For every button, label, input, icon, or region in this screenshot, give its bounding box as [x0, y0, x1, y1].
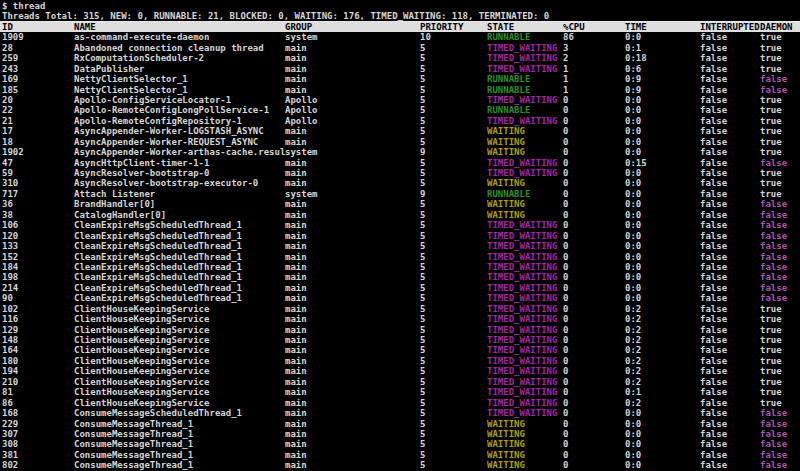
cell-priority: 5	[420, 231, 487, 241]
cell-state: RUNNABLE	[487, 105, 563, 115]
cell-name: DataPublisher	[74, 64, 285, 74]
cell-name: ClientHouseKeepingService	[74, 377, 285, 387]
cell-interrupted: false	[700, 168, 760, 178]
cell-interrupted: false	[700, 199, 760, 209]
thread-row: 133CleanExpireMsgScheduledThread_1main5T…	[0, 241, 800, 251]
cell-priority: 5	[420, 460, 487, 470]
cell-cpu: 0	[563, 168, 625, 178]
cell-state: TIMED_WAITING	[487, 252, 563, 262]
cell-priority: 10	[420, 32, 487, 42]
cell-time: 0:0	[625, 105, 700, 115]
cell-cpu: 0	[563, 220, 625, 230]
cell-daemon: false	[760, 450, 800, 460]
cell-cpu: 0	[563, 262, 625, 272]
cell-name: CleanExpireMsgScheduledThread_1	[74, 272, 285, 282]
cell-name: ConsumeMessageThread_1	[74, 460, 285, 470]
table-header: IDNAMEGROUPPRIORITYSTATE%CPUTIMEINTERRUP…	[0, 22, 800, 32]
cell-priority: 5	[420, 220, 487, 230]
cell-interrupted: false	[700, 387, 760, 397]
cell-time: 0:0	[625, 241, 700, 251]
cell-interrupted: false	[700, 178, 760, 188]
cell-priority: 5	[420, 408, 487, 418]
cell-daemon: true	[760, 64, 800, 74]
cell-group: main	[285, 168, 420, 178]
cell-daemon: false	[760, 283, 800, 293]
cell-daemon: true	[760, 325, 800, 335]
cell-group: main	[285, 356, 420, 366]
cell-daemon: true	[760, 366, 800, 376]
cell-priority: 5	[420, 126, 487, 136]
cell-group: main	[285, 429, 420, 439]
cell-interrupted: false	[700, 210, 760, 220]
cell-id: 129	[2, 325, 74, 335]
cell-time: 0:0	[625, 272, 700, 282]
cell-state: TIMED_WAITING	[487, 366, 563, 376]
cell-state: WAITING	[487, 199, 563, 209]
cell-daemon: false	[760, 439, 800, 449]
cell-daemon: true	[760, 95, 800, 105]
thread-row: 180ClientHouseKeepingServicemain5TIMED_W…	[0, 356, 800, 366]
cell-name: ConsumeMessageThread_1	[74, 450, 285, 460]
cell-cpu: 0	[563, 293, 625, 303]
cell-name: NettyClientSelector_1	[74, 85, 285, 95]
cell-time: 0:15	[625, 158, 700, 168]
cell-priority: 5	[420, 137, 487, 147]
cell-id: 194	[2, 366, 74, 376]
cell-daemon: true	[760, 356, 800, 366]
cell-daemon: true	[760, 189, 800, 199]
cell-group: main	[285, 293, 420, 303]
thread-row: 1902AsyncAppender-Worker-arthas-cache.re…	[0, 147, 800, 157]
thread-row: 307ConsumeMessageThread_1main5WAITING00:…	[0, 429, 800, 439]
cell-priority: 9	[420, 147, 487, 157]
column-header-daemon: DAEMON	[760, 22, 800, 32]
cell-group: main	[285, 126, 420, 136]
thread-row: 59AsyncResolver-bootstrap-0main5TIMED_WA…	[0, 168, 800, 178]
cell-name: CatalogHandler[0]	[74, 210, 285, 220]
cell-id: 102	[2, 304, 74, 314]
cell-group: main	[285, 366, 420, 376]
cell-time: 0:0	[625, 231, 700, 241]
cell-id: 133	[2, 241, 74, 251]
cell-id: 116	[2, 314, 74, 324]
cell-cpu: 0	[563, 105, 625, 115]
cell-group: main	[285, 252, 420, 262]
cell-cpu: 0	[563, 178, 625, 188]
cell-daemon: false	[760, 231, 800, 241]
cell-group: main	[285, 439, 420, 449]
cell-id: 106	[2, 220, 74, 230]
cell-cpu: 0	[563, 325, 625, 335]
cell-interrupted: false	[700, 408, 760, 418]
cell-name: ClientHouseKeepingService	[74, 356, 285, 366]
cell-name: Abandoned connection cleanup thread	[74, 43, 285, 53]
cell-interrupted: false	[700, 419, 760, 429]
cell-state: WAITING	[487, 126, 563, 136]
cell-name: Apollo-RemoteConfigLongPollService-1	[74, 105, 285, 115]
cell-priority: 5	[420, 199, 487, 209]
cell-priority: 5	[420, 252, 487, 262]
cell-state: TIMED_WAITING	[487, 95, 563, 105]
cell-cpu: 0	[563, 345, 625, 355]
cell-group: main	[285, 262, 420, 272]
cell-interrupted: false	[700, 293, 760, 303]
cell-id: 381	[2, 450, 74, 460]
thread-row: 717Attach Listenersystem9RUNNABLE00:0fal…	[0, 189, 800, 199]
cell-id: 28	[2, 43, 74, 53]
cell-cpu: 0	[563, 137, 625, 147]
terminal-window[interactable]: $ thread Threads Total: 315, NEW: 0, RUN…	[0, 0, 800, 471]
cell-daemon: true	[760, 105, 800, 115]
cell-id: 259	[2, 53, 74, 63]
cell-priority: 5	[420, 53, 487, 63]
cell-name: ClientHouseKeepingService	[74, 304, 285, 314]
cell-id: 17	[2, 126, 74, 136]
cell-priority: 5	[420, 283, 487, 293]
cell-cpu: 0	[563, 189, 625, 199]
cell-interrupted: false	[700, 64, 760, 74]
thread-row: 28Abandoned connection cleanup threadmai…	[0, 43, 800, 53]
cell-id: 81	[2, 387, 74, 397]
cell-group: main	[285, 43, 420, 53]
cell-cpu: 0	[563, 241, 625, 251]
cell-group: Apollo	[285, 105, 420, 115]
cell-time: 0:0	[625, 429, 700, 439]
cell-cpu: 0	[563, 439, 625, 449]
cell-group: main	[285, 387, 420, 397]
